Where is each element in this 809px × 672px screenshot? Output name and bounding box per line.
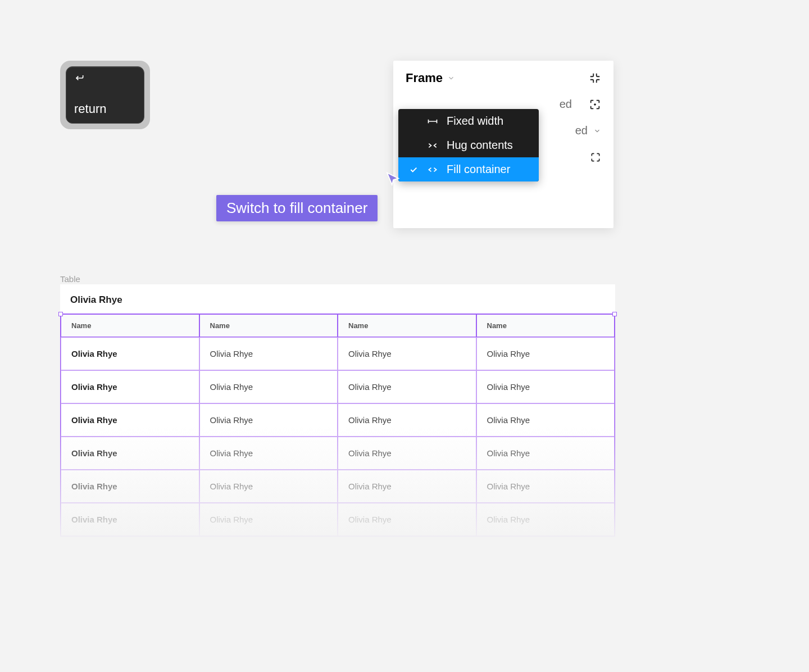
tooltip-label: Switch to fill container <box>216 195 378 221</box>
table-cell: Olivia Rhye <box>476 503 615 536</box>
table-cell: Olivia Rhye <box>476 437 615 470</box>
table-cell: Olivia Rhye <box>199 370 338 403</box>
panel-header: Frame <box>393 61 613 91</box>
table-cell: Olivia Rhye <box>338 403 476 437</box>
table-frame[interactable]: Olivia Rhye NameNameNameNameOlivia RhyeO… <box>60 284 615 537</box>
return-key[interactable]: return <box>60 61 150 129</box>
table-frame-label[interactable]: Table <box>60 274 80 284</box>
table-header-cell[interactable]: Name <box>61 314 199 337</box>
table-cell: Olivia Rhye <box>338 370 476 403</box>
dropdown-item-hug-contents[interactable]: Hug contents <box>398 133 539 157</box>
table-cell: Olivia Rhye <box>338 470 476 503</box>
hug-contents-icon <box>426 142 439 149</box>
table-cell: Olivia Rhye <box>199 437 338 470</box>
table-cell: Olivia Rhye <box>61 337 199 370</box>
return-icon <box>73 72 85 84</box>
dropdown-item-label: Hug contents <box>447 139 513 152</box>
table-cell: Olivia Rhye <box>61 470 199 503</box>
dropdown-item-fixed-width[interactable]: Fixed width <box>398 109 539 133</box>
return-key-cap: return <box>66 66 144 124</box>
table-cell: Olivia Rhye <box>61 503 199 536</box>
table-cell: Olivia Rhye <box>61 437 199 470</box>
table-cell: Olivia Rhye <box>338 337 476 370</box>
table-header-cell[interactable]: Name <box>199 314 338 337</box>
chevron-down-icon[interactable] <box>593 127 601 135</box>
independent-corners-icon[interactable] <box>590 152 601 163</box>
panel-title-group[interactable]: Frame <box>406 71 455 85</box>
table-row[interactable]: Olivia RhyeOlivia RhyeOlivia RhyeOlivia … <box>61 503 615 536</box>
height-mode-text[interactable]: ed <box>575 124 588 137</box>
fill-container-icon <box>426 166 439 174</box>
table-row[interactable]: Olivia RhyeOlivia RhyeOlivia RhyeOlivia … <box>61 370 615 403</box>
dropdown-item-fill-container[interactable]: Fill container <box>398 157 539 181</box>
check-icon <box>408 165 419 174</box>
table-cell: Olivia Rhye <box>61 370 199 403</box>
table-cell: Olivia Rhye <box>199 337 338 370</box>
table-cell: Olivia Rhye <box>476 403 615 437</box>
table-cell: Olivia Rhye <box>338 503 476 536</box>
fit-frame-icon[interactable] <box>589 98 601 111</box>
table-row[interactable]: Olivia RhyeOlivia RhyeOlivia RhyeOlivia … <box>61 403 615 437</box>
dropdown-item-label: Fill container <box>447 163 510 176</box>
table-cell: Olivia Rhye <box>199 403 338 437</box>
chevron-down-icon <box>447 74 455 82</box>
table-title: Olivia Rhye <box>60 284 615 314</box>
table-row[interactable]: Olivia RhyeOlivia RhyeOlivia RhyeOlivia … <box>61 337 615 370</box>
resize-to-fit-icon[interactable] <box>589 72 601 84</box>
table-cell: Olivia Rhye <box>476 470 615 503</box>
fixed-width-icon <box>426 117 439 125</box>
cursor-icon <box>384 171 401 188</box>
width-mode-text[interactable]: ed <box>560 98 572 111</box>
table-header-cell[interactable]: Name <box>476 314 615 337</box>
selection-handle[interactable] <box>612 312 617 316</box>
width-mode-dropdown: Fixed width Hug contents Fill container <box>398 109 539 181</box>
table-cell: Olivia Rhye <box>476 337 615 370</box>
table-header-cell[interactable]: Name <box>338 314 476 337</box>
table: NameNameNameNameOlivia RhyeOlivia RhyeOl… <box>60 314 615 537</box>
table-row[interactable]: Olivia RhyeOlivia RhyeOlivia RhyeOlivia … <box>61 437 615 470</box>
table-row[interactable]: Olivia RhyeOlivia RhyeOlivia RhyeOlivia … <box>61 470 615 503</box>
table-cell: Olivia Rhye <box>338 437 476 470</box>
table-cell: Olivia Rhye <box>199 503 338 536</box>
table-cell: Olivia Rhye <box>199 470 338 503</box>
dropdown-item-label: Fixed width <box>447 115 503 128</box>
table-cell: Olivia Rhye <box>476 370 615 403</box>
selection-handle[interactable] <box>58 312 63 316</box>
return-key-label: return <box>74 102 106 116</box>
panel-title: Frame <box>406 71 443 85</box>
table-cell: Olivia Rhye <box>61 403 199 437</box>
